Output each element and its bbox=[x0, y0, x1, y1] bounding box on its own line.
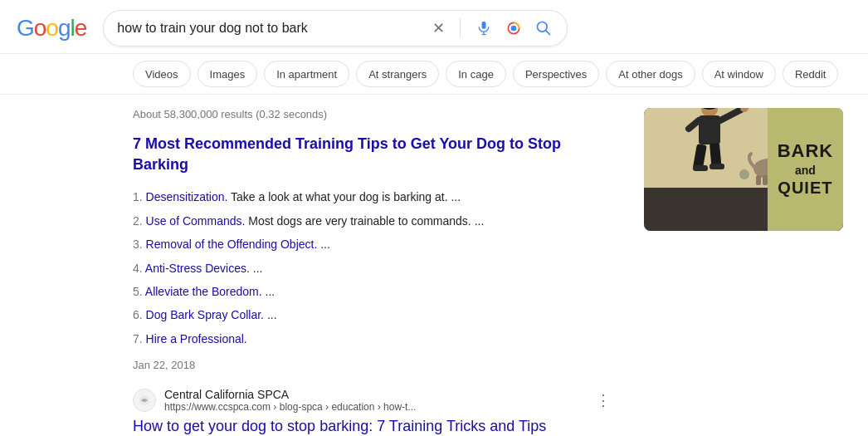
filter-chip-videos[interactable]: Videos bbox=[133, 61, 191, 87]
list-item: 7. Hire a Professional. bbox=[133, 327, 611, 350]
source-favicon bbox=[133, 389, 156, 412]
and-text: and bbox=[795, 164, 816, 177]
svg-rect-24 bbox=[756, 175, 761, 185]
list-text-2: Most dogs are very trainable to commands… bbox=[248, 214, 484, 228]
lens-search-button[interactable] bbox=[504, 18, 524, 38]
divider bbox=[460, 18, 461, 38]
list-text-3: ... bbox=[320, 238, 330, 251]
search-input[interactable] bbox=[117, 21, 431, 36]
list-link-6[interactable]: Dog Bark Spray Collar. bbox=[146, 308, 264, 321]
results-column: About 58,300,000 results (0.32 seconds) … bbox=[133, 108, 611, 436]
source-info: Central California SPCA https://www.ccsp… bbox=[164, 388, 588, 413]
logo-o2: o bbox=[46, 15, 58, 42]
list-item: 2. Use of Commands. Most dogs are very t… bbox=[133, 209, 611, 233]
filter-bar: Videos Images In apartment At strangers … bbox=[0, 54, 868, 95]
svg-line-13 bbox=[689, 120, 699, 129]
list-link-4[interactable]: Anti-Stress Devices. bbox=[145, 262, 250, 275]
search-button[interactable] bbox=[534, 18, 553, 38]
first-result-card: 7 Most Recommended Training Tips to Get … bbox=[133, 134, 611, 371]
right-panel: BARK and QUIET bbox=[644, 108, 851, 436]
quiet-text: QUIET bbox=[778, 179, 832, 198]
filter-chip-in-apartment[interactable]: In apartment bbox=[264, 61, 349, 87]
list-item: 5. Alleviate the Boredom. ... bbox=[133, 280, 611, 303]
first-result-title: 7 Most Recommended Training Tips to Get … bbox=[133, 134, 611, 175]
header: Google ✕ bbox=[0, 0, 868, 54]
search-icons: ✕ bbox=[431, 17, 553, 39]
svg-line-6 bbox=[546, 31, 550, 35]
filter-chip-reddit[interactable]: Reddit bbox=[783, 61, 839, 87]
result-date: Jan 22, 2018 bbox=[133, 359, 611, 371]
list-item: 1. Desensitization. Take a look at what … bbox=[133, 185, 611, 208]
list-link-5[interactable]: Alleviate the Boredom. bbox=[145, 285, 262, 298]
video-thumbnail[interactable]: BARK and QUIET bbox=[644, 108, 843, 231]
logo-g: G bbox=[17, 15, 34, 42]
filter-chip-at-strangers[interactable]: At strangers bbox=[356, 61, 439, 87]
search-bar[interactable]: ✕ bbox=[103, 10, 568, 47]
source-url: https://www.ccspca.com › blog-spca › edu… bbox=[164, 401, 588, 413]
google-logo: Google bbox=[17, 15, 86, 42]
filter-chip-in-cage[interactable]: In cage bbox=[446, 61, 506, 87]
list-link-7[interactable]: Hire a Professional. bbox=[146, 332, 247, 345]
svg-rect-17 bbox=[710, 164, 724, 169]
svg-rect-16 bbox=[693, 165, 708, 171]
bark-text: BARK bbox=[778, 141, 834, 161]
list-link-1[interactable]: Desensitization. bbox=[146, 190, 228, 203]
filter-chip-images[interactable]: Images bbox=[197, 61, 258, 87]
list-text-6: ... bbox=[267, 308, 277, 321]
logo-g2: g bbox=[58, 15, 71, 42]
svg-point-4 bbox=[511, 26, 517, 32]
filter-chip-at-other-dogs[interactable]: At other dogs bbox=[606, 61, 695, 87]
second-result-link[interactable]: How to get your dog to stop barking: 7 T… bbox=[133, 418, 546, 434]
list-text-4: ... bbox=[253, 262, 263, 275]
list-text-1: Take a look at what your dog is barking … bbox=[231, 190, 461, 203]
second-result-source: Central California SPCA https://www.ccsp… bbox=[133, 388, 611, 413]
result-count: About 58,300,000 results (0.32 seconds) bbox=[133, 108, 611, 120]
list-link-2[interactable]: Use of Commands. bbox=[146, 214, 246, 228]
svg-rect-0 bbox=[482, 22, 486, 29]
logo-o1: o bbox=[34, 15, 46, 42]
clear-button[interactable]: ✕ bbox=[431, 17, 446, 39]
list-item: 4. Anti-Stress Devices. ... bbox=[133, 257, 611, 280]
logo-e: e bbox=[75, 15, 87, 42]
svg-rect-15 bbox=[710, 143, 721, 167]
more-options-icon[interactable]: ⋮ bbox=[596, 391, 611, 409]
list-item: 6. Dog Bark Spray Collar. ... bbox=[133, 303, 611, 326]
list-link-3[interactable]: Removal of the Offending Object. bbox=[146, 238, 318, 251]
filter-chip-at-window[interactable]: At window bbox=[702, 61, 776, 87]
filter-chip-perspectives[interactable]: Perspectives bbox=[513, 61, 599, 87]
source-name: Central California SPCA bbox=[164, 388, 588, 401]
main-content: About 58,300,000 results (0.32 seconds) … bbox=[0, 95, 868, 436]
svg-line-11 bbox=[720, 109, 743, 120]
result-list: 1. Desensitization. Take a look at what … bbox=[133, 185, 611, 350]
list-text-5: ... bbox=[266, 285, 276, 298]
list-item: 3. Removal of the Offending Object. ... bbox=[133, 233, 611, 256]
voice-search-button[interactable] bbox=[474, 18, 494, 38]
